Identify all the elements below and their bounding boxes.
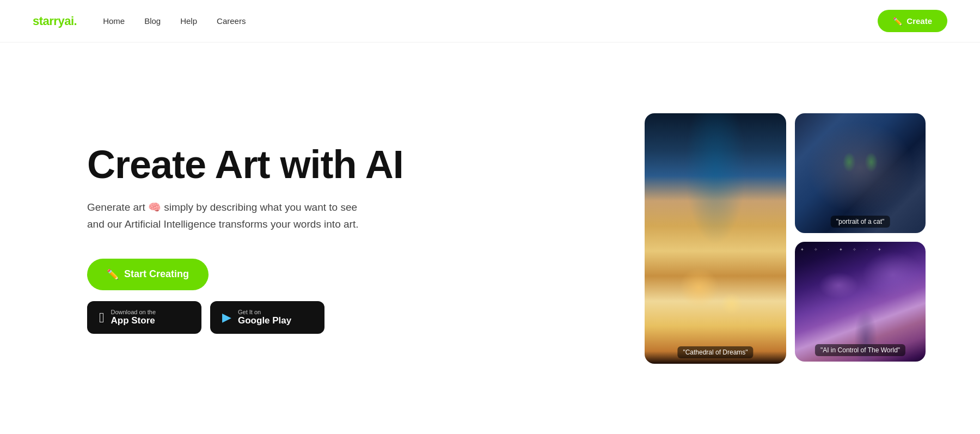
gallery-col-right: "portrait of a cat" "AI in Control of Th… <box>795 113 926 362</box>
nav-item-help[interactable]: Help <box>180 16 197 26</box>
nav-link-home[interactable]: Home <box>103 16 125 26</box>
logo-dot: . <box>74 14 77 28</box>
hero-left: Create Art with AI Generate art 🧠 simply… <box>87 143 403 334</box>
cathedral-caption: "Cathedral of Dreams" <box>677 346 753 358</box>
start-creating-label: Start Creating <box>124 268 189 280</box>
store-buttons:  Download on the App Store ▶ Get It on … <box>87 301 324 334</box>
nav-link-help[interactable]: Help <box>180 16 197 26</box>
google-play-text: Get It on Google Play <box>238 309 291 326</box>
app-store-sub: Download on the <box>111 309 156 315</box>
navbar: starryai. Home Blog Help Careers ✏️ Crea… <box>0 0 980 42</box>
hero-section: Create Art with AI Generate art 🧠 simply… <box>0 42 980 434</box>
app-store-button[interactable]:  Download on the App Store <box>87 301 201 334</box>
create-button-label: Create <box>906 16 932 26</box>
nav-item-blog[interactable]: Blog <box>144 16 161 26</box>
google-play-icon: ▶ <box>222 311 231 323</box>
nav-links: Home Blog Help Careers <box>103 16 246 26</box>
nav-item-home[interactable]: Home <box>103 16 125 26</box>
logo[interactable]: starryai. <box>33 14 77 28</box>
google-play-name: Google Play <box>238 315 291 326</box>
gallery-image-cathedral: "Cathedral of Dreams" <box>645 113 786 364</box>
pencil-icon: ✏️ <box>893 17 902 26</box>
app-store-text: Download on the App Store <box>111 309 156 326</box>
hero-subtitle: Generate art 🧠 simply by describing what… <box>87 199 370 233</box>
nav-link-blog[interactable]: Blog <box>144 16 161 26</box>
gallery-col-left: "Cathedral of Dreams" <box>645 113 786 364</box>
hero-title: Create Art with AI <box>87 143 403 186</box>
brain-emoji: 🧠 <box>148 201 161 213</box>
create-button[interactable]: ✏️ Create <box>878 10 947 32</box>
google-play-sub: Get It on <box>238 309 291 315</box>
gallery-image-cat: "portrait of a cat" <box>795 113 926 233</box>
app-store-name: App Store <box>111 315 156 326</box>
apple-icon:  <box>99 310 105 325</box>
gallery-image-space: "AI in Control of The World" <box>795 242 926 362</box>
nav-item-careers[interactable]: Careers <box>217 16 246 26</box>
subtitle-part1: Generate art <box>87 201 145 213</box>
space-caption: "AI in Control of The World" <box>815 344 905 356</box>
logo-text: starryai <box>33 14 74 28</box>
hero-gallery: "Cathedral of Dreams" "portrait of a cat… <box>645 113 947 364</box>
nav-left: starryai. Home Blog Help Careers <box>33 14 246 28</box>
start-pencil-icon: ✏️ <box>107 268 119 280</box>
google-play-button[interactable]: ▶ Get It on Google Play <box>210 301 324 334</box>
start-creating-button[interactable]: ✏️ Start Creating <box>87 259 209 290</box>
cta-group: ✏️ Start Creating  Download on the App … <box>87 259 403 334</box>
nav-link-careers[interactable]: Careers <box>217 16 246 26</box>
cat-caption: "portrait of a cat" <box>831 216 890 228</box>
